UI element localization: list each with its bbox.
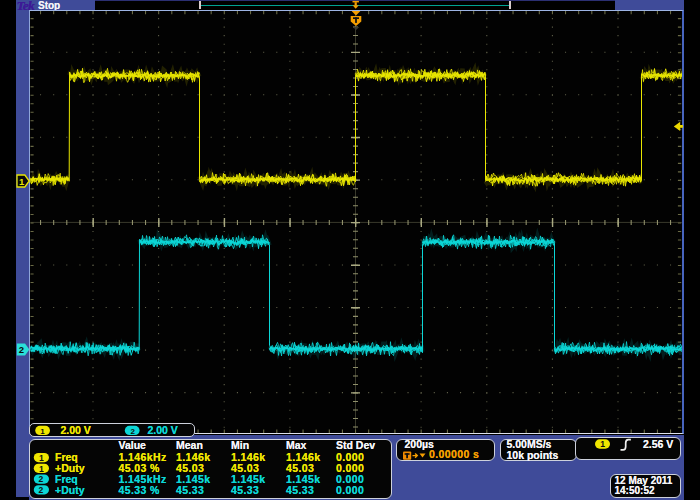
svg-text:1: 1 (39, 464, 44, 474)
svg-text:2: 2 (39, 474, 44, 484)
svg-text:2: 2 (39, 485, 44, 495)
svg-text:1: 1 (40, 427, 45, 436)
svg-text:2: 2 (130, 427, 135, 436)
svg-text:1: 1 (600, 439, 605, 449)
svg-text:1: 1 (39, 453, 44, 463)
